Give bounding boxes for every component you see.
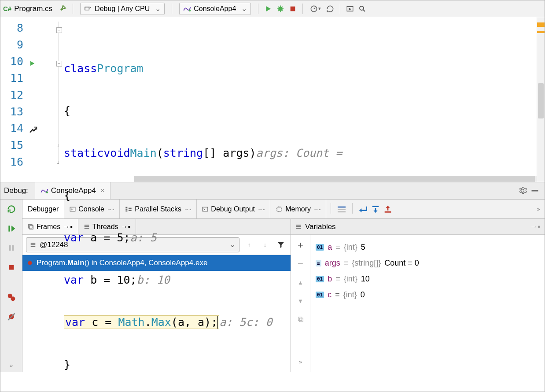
- inline-hint: c: 0: [246, 316, 272, 329]
- view-breakpoints-button[interactable]: [4, 290, 18, 304]
- run-gutter-icon[interactable]: [28, 55, 54, 72]
- svg-rect-33: [31, 244, 36, 245]
- inline-hint: a: 5: [219, 316, 246, 329]
- fold-end-icon: ┘: [56, 161, 62, 167]
- project-label: ConsoleApp4: [194, 5, 236, 13]
- rerun-button[interactable]: [4, 202, 18, 216]
- separator: [258, 4, 258, 14]
- line-numbers-gutter: 8 9 10 11 12 13 14 15 16: [0, 17, 28, 182]
- debug-button[interactable]: [274, 3, 287, 15]
- svg-point-7: [46, 192, 48, 194]
- horizontal-scrollbar[interactable]: [134, 176, 537, 182]
- execution-point-icon: [28, 122, 54, 139]
- svg-rect-10: [9, 245, 11, 251]
- line-number: 12: [0, 89, 28, 105]
- svg-point-6: [360, 6, 364, 10]
- main-toolbar: C# Program.cs Debug | Any CPU ⌄ ConsoleA…: [0, 0, 545, 17]
- resume-button[interactable]: [4, 222, 18, 236]
- inline-hint: args: Count =: [256, 147, 342, 159]
- svg-rect-3: [291, 6, 295, 11]
- line-number: 8: [0, 22, 28, 38]
- svg-rect-11: [12, 245, 14, 251]
- scrollbar-thumb[interactable]: [538, 83, 544, 118]
- svg-rect-34: [31, 246, 36, 247]
- code-editor[interactable]: 8 9 10 11 12 13 14 15 16 − − ┘ ┘ class P…: [0, 17, 545, 182]
- line-number: 9: [0, 38, 28, 55]
- chevron-down-icon: ⌄: [241, 4, 247, 13]
- svg-rect-9: [8, 226, 10, 231]
- tab-debugger[interactable]: Debugger: [22, 200, 64, 218]
- current-line-highlight: [0, 122, 545, 139]
- svg-rect-12: [9, 265, 14, 270]
- pause-button[interactable]: [4, 241, 18, 255]
- fold-end-icon: ┘: [56, 144, 62, 150]
- separator: [73, 4, 73, 14]
- build-config-dropdown[interactable]: Debug | Any CPU ⌄: [80, 3, 165, 15]
- attach-button[interactable]: [344, 3, 356, 15]
- line-number: 13: [0, 105, 28, 122]
- svg-rect-0: [85, 7, 89, 10]
- build-config-label: Debug | Any CPU: [95, 5, 150, 13]
- line-number: 15: [0, 139, 28, 155]
- fold-column[interactable]: − − ┘ ┘: [54, 17, 64, 182]
- csharp-file-icon: C#: [3, 5, 11, 12]
- svg-rect-32: [31, 243, 36, 244]
- dotcover-button[interactable]: [324, 3, 336, 15]
- more-icon[interactable]: »: [4, 358, 18, 372]
- search-button[interactable]: [356, 3, 368, 15]
- inline-hint: a: 5: [130, 231, 157, 244]
- svg-point-35: [28, 261, 32, 265]
- fold-toggle-icon[interactable]: −: [56, 27, 62, 33]
- separator: [340, 4, 340, 14]
- profile-button[interactable]: ▾: [306, 3, 324, 15]
- line-number: 14: [0, 122, 28, 139]
- mute-breakpoints-button[interactable]: [4, 310, 18, 324]
- project-dropdown[interactable]: ConsoleApp4 ⌄: [179, 3, 251, 15]
- line-number: 10: [0, 55, 28, 72]
- execution-highlight: var c = Math.Max(a, a);: [64, 315, 219, 329]
- editor-margin[interactable]: [28, 17, 54, 182]
- filename-label: Program.cs: [14, 4, 52, 13]
- vertical-scrollbar[interactable]: [537, 17, 545, 182]
- svg-rect-27: [29, 224, 32, 228]
- fold-toggle-icon[interactable]: −: [56, 61, 62, 67]
- debug-side-toolbar: »: [0, 200, 22, 372]
- line-number: 11: [0, 72, 28, 89]
- marker-stripe[interactable]: [537, 31, 545, 33]
- run-button[interactable]: [262, 3, 274, 15]
- inline-hint: b: 10: [137, 274, 170, 286]
- stop-button[interactable]: [287, 3, 299, 15]
- separator: [172, 4, 172, 14]
- chevron-down-icon: ⌄: [155, 4, 161, 13]
- code-area[interactable]: class Program { static void Main(string[…: [64, 17, 545, 182]
- svg-point-14: [11, 296, 15, 301]
- line-number: 16: [0, 155, 28, 172]
- marker-stripe[interactable]: [537, 22, 545, 27]
- separator: [302, 4, 303, 14]
- pin-icon[interactable]: [57, 3, 69, 15]
- svg-rect-28: [29, 226, 33, 229]
- stop-debug-button[interactable]: [4, 260, 18, 274]
- svg-point-1: [189, 9, 191, 11]
- debug-label: Debug:: [4, 186, 28, 195]
